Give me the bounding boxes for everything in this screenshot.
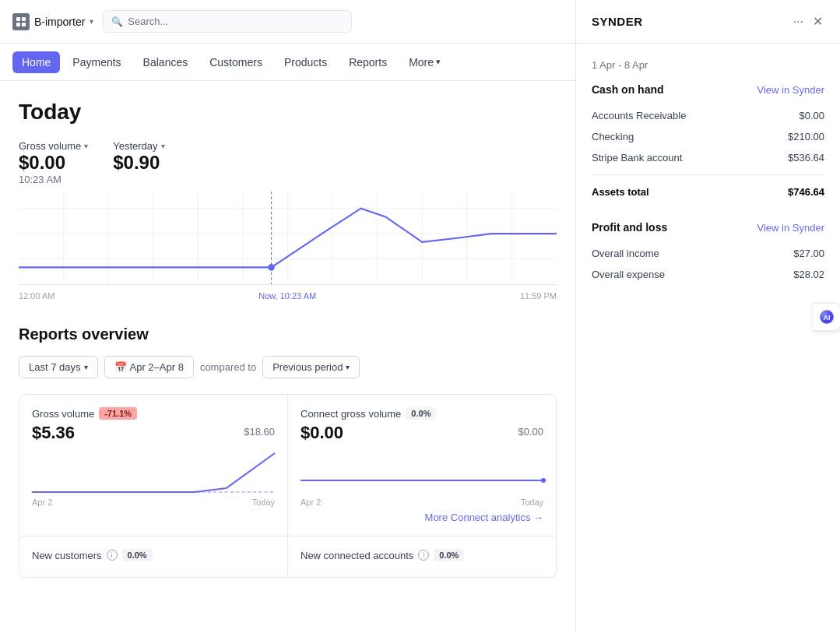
metrics-grid: Gross volume -71.1% $5.36 $18.60 (19, 394, 557, 578)
connect-analytics-link-row: More Connect analytics → (301, 512, 543, 523)
gross-volume-badge: -71.1% (99, 407, 137, 420)
yesterday-metric: Yesterday ▾ $0.90 (113, 140, 164, 185)
cash-on-hand-section-header: Cash on hand View in Synder (592, 83, 824, 96)
assets-total-value: $746.64 (788, 186, 824, 198)
gross-volume-card-row: $5.36 $18.60 (32, 423, 275, 443)
gross-volume-value: $0.00 (19, 152, 88, 174)
compare-chevron-icon: ▾ (346, 363, 350, 371)
overall-expense-row: Overall expense $28.02 (592, 264, 824, 285)
compared-to-label: compared to (200, 361, 256, 373)
more-connect-analytics-link[interactable]: More Connect analytics → (425, 512, 543, 523)
gross-volume-chart (32, 449, 275, 496)
gross-volume-card-value: $5.36 (32, 423, 75, 443)
new-connected-badge: 0.0% (434, 549, 464, 561)
period-selector[interactable]: Last 7 days ▾ (19, 356, 98, 378)
today-title: Today (19, 100, 557, 125)
period-chevron-icon: ▾ (84, 363, 88, 371)
compare-period-selector[interactable]: Previous period ▾ (262, 356, 360, 378)
search-bar[interactable]: 🔍 (103, 10, 352, 33)
checking-label: Checking (592, 131, 634, 142)
gross-volume-chevron-icon[interactable]: ▾ (84, 142, 88, 150)
connect-gross-chart-footer: Apr 2 Today (301, 498, 543, 507)
cash-on-hand-title: Cash on hand (592, 83, 664, 96)
new-connected-header: New connected accounts i 0.0% (301, 549, 464, 561)
accounts-receivable-row: Accounts Receivable $0.00 (592, 105, 824, 126)
search-input[interactable] (128, 16, 343, 27)
nav-payments[interactable]: Payments (63, 51, 130, 73)
app-name: B-importer (34, 16, 85, 28)
panel-more-button[interactable]: ··· (792, 13, 805, 30)
gross-volume-chart-footer: Apr 2 Today (32, 498, 275, 507)
connect-gross-card: Connect gross volume 0.0% $0.00 $0.00 (288, 395, 556, 536)
panel-actions: ··· ✕ (792, 12, 824, 30)
profit-loss-section: Profit and loss View in Synder Overall i… (592, 221, 824, 285)
new-customers-card: New customers i 0.0% (19, 536, 287, 577)
page-content: Today Gross volume ▾ $0.00 10:23 AM Yest… (0, 81, 575, 633)
checking-row: Checking $210.00 (592, 126, 824, 147)
nav-more[interactable]: More ▾ (399, 51, 450, 73)
panel-close-button[interactable]: ✕ (811, 12, 824, 30)
nav-products[interactable]: Products (275, 51, 336, 73)
today-chart (19, 192, 557, 285)
assets-total-label: Assets total (592, 186, 649, 198)
gross-volume-label: Gross volume ▾ (19, 140, 88, 152)
stripe-bank-label: Stripe Bank account (592, 152, 682, 164)
yesterday-label: Yesterday ▾ (113, 140, 164, 152)
search-icon: 🔍 (111, 16, 123, 27)
nav-reports[interactable]: Reports (339, 51, 396, 73)
ai-assistant-button[interactable]: AI (813, 303, 840, 331)
nav-home[interactable]: Home (12, 51, 60, 73)
connect-gross-badge: 0.0% (406, 407, 436, 420)
accounts-receivable-label: Accounts Receivable (592, 110, 686, 121)
stripe-bank-value: $536.64 (788, 152, 824, 164)
svg-rect-1 (22, 17, 26, 21)
gross-volume-card-compare: $18.60 (244, 426, 275, 438)
app-logo-icon (12, 13, 30, 30)
assets-total-row: Assets total $746.64 (592, 181, 824, 202)
calendar-icon: 📅 (114, 361, 127, 373)
app-logo[interactable]: B-importer ▾ (12, 13, 93, 30)
svg-rect-0 (16, 17, 20, 21)
new-customers-info-icon: i (107, 550, 118, 561)
connect-gross-chart (301, 449, 543, 496)
right-panel: SYNDER ··· ✕ 1 Apr - 8 Apr Cash on hand … (575, 0, 840, 633)
profit-loss-link[interactable]: View in Synder (757, 222, 824, 234)
connect-gross-row: $0.00 $0.00 (301, 423, 543, 443)
panel-body: 1 Apr - 8 Apr Cash on hand View in Synde… (576, 44, 840, 633)
reports-title: Reports overview (19, 325, 557, 343)
connect-gross-value: $0.00 (301, 423, 343, 443)
gross-volume-time: 10:23 AM (19, 174, 88, 185)
panel-date-range: 1 Apr - 8 Apr (592, 59, 824, 71)
nav-balances[interactable]: Balances (134, 51, 198, 73)
yesterday-chevron-icon[interactable]: ▾ (161, 142, 165, 150)
cash-on-hand-link[interactable]: View in Synder (757, 84, 824, 96)
connect-gross-title: Connect gross volume 0.0% (301, 407, 436, 420)
accounts-receivable-value: $0.00 (799, 110, 824, 121)
gross-volume-card-title: Gross volume -71.1% (32, 407, 137, 420)
profit-loss-title: Profit and loss (592, 221, 667, 234)
overall-expense-label: Overall expense (592, 269, 665, 280)
panel-title: SYNDER (592, 15, 643, 28)
connect-gross-compare: $0.00 (518, 426, 543, 438)
nav-customers[interactable]: Customers (200, 51, 272, 73)
stripe-bank-row: Stripe Bank account $536.64 (592, 147, 824, 168)
svg-rect-2 (16, 23, 20, 26)
chart-axis: 12:00 AM Now, 10:23 AM 11:59 PM (19, 288, 557, 301)
new-connected-card: New connected accounts i 0.0% (288, 536, 556, 577)
new-connected-info-icon: i (418, 550, 429, 561)
svg-text:AI: AI (823, 314, 830, 322)
new-customers-header: New customers i 0.0% (32, 549, 153, 561)
profit-loss-section-header: Profit and loss View in Synder (592, 221, 824, 234)
chart-end-label: 11:59 PM (520, 291, 557, 301)
overall-expense-value: $28.02 (793, 269, 824, 280)
assets-divider (592, 174, 824, 175)
panel-header: SYNDER ··· ✕ (576, 0, 840, 44)
yesterday-value: $0.90 (113, 152, 164, 174)
gross-volume-card: Gross volume -71.1% $5.36 $18.60 (19, 395, 287, 536)
overall-income-value: $27.00 (793, 248, 824, 259)
overall-income-row: Overall income $27.00 (592, 243, 824, 264)
new-customers-badge: 0.0% (122, 549, 153, 561)
overall-income-label: Overall income (592, 248, 659, 259)
date-range-display: 📅 Apr 2–Apr 8 (104, 356, 194, 378)
chart-start-label: 12:00 AM (19, 291, 54, 301)
